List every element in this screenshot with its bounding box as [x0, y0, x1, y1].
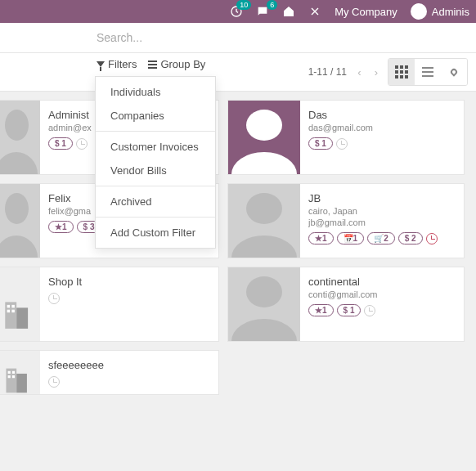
avatar — [228, 267, 300, 341]
view-kanban[interactable] — [388, 59, 415, 85]
filters-button[interactable]: Filters — [97, 58, 137, 70]
filters-label: Filters — [108, 58, 137, 70]
company-switcher[interactable]: My Company — [335, 6, 397, 18]
contact-email: jb@gmail.com — [308, 218, 456, 227]
pager[interactable]: 1-11 / 11 — [307, 65, 348, 79]
contact-name: Das — [308, 109, 456, 121]
contact-name: JB — [308, 192, 456, 204]
search-input[interactable] — [97, 31, 424, 44]
filter-individuals[interactable]: Individuals — [96, 80, 215, 104]
opportunity-pill[interactable]: $ 1 — [48, 137, 73, 150]
svg-rect-12 — [12, 375, 15, 378]
filter-customer-invoices[interactable]: Customer Invoices — [96, 135, 215, 159]
tools-icon[interactable] — [308, 5, 321, 18]
contact-name: Shop It — [48, 276, 210, 288]
svg-rect-11 — [7, 375, 10, 378]
kanban-cards: Administ admin@ex $ 1 Das das@gmail.com … — [0, 92, 476, 403]
star-pill[interactable]: ★1 — [308, 232, 334, 244]
activity-clock-icon[interactable] — [76, 138, 88, 150]
building-icon — [0, 360, 35, 394]
home-icon[interactable] — [282, 5, 295, 18]
activity-clock-icon[interactable] — [48, 293, 60, 304]
svg-rect-10 — [12, 370, 15, 373]
activity-clock-icon[interactable] — [336, 138, 348, 150]
funnel-icon — [97, 61, 105, 67]
avatar — [0, 101, 40, 174]
contact-card[interactable]: sfeeeeeeee — [0, 350, 219, 395]
svg-rect-7 — [6, 368, 16, 392]
control-panel: Filters Group By 1-11 / 11 ‹ › Individua… — [0, 53, 476, 92]
avatar — [0, 351, 40, 394]
view-switcher — [388, 58, 468, 86]
svg-rect-2 — [16, 307, 28, 329]
svg-rect-9 — [7, 370, 10, 373]
pager-next[interactable]: › — [371, 63, 381, 82]
contact-card[interactable]: Das das@gmail.com $ 1 — [227, 100, 465, 175]
dropdown-separator — [96, 131, 215, 132]
contact-email: conti@gmail.com — [308, 289, 456, 299]
pager-prev[interactable]: ‹ — [354, 63, 364, 82]
star-pill[interactable]: ★1 — [48, 221, 74, 233]
svg-rect-5 — [7, 310, 9, 312]
building-icon — [0, 282, 35, 341]
svg-rect-1 — [5, 302, 16, 328]
avatar — [228, 184, 300, 258]
list-icon — [422, 67, 433, 77]
money-pill[interactable]: $ 2 — [398, 232, 423, 244]
filter-vendor-bills[interactable]: Vendor Bills — [96, 159, 215, 182]
contact-card[interactable]: Shop It — [0, 267, 219, 342]
svg-rect-8 — [16, 374, 27, 392]
filter-companies[interactable]: Companies — [96, 104, 215, 128]
user-name: Adminis — [432, 6, 469, 18]
activity-clock-icon[interactable] — [364, 305, 375, 316]
contact-card[interactable]: continental conti@gmail.com ★1 $ 1 — [227, 267, 465, 342]
avatar — [0, 184, 40, 258]
groupby-label: Group By — [160, 58, 205, 70]
meeting-pill[interactable]: 📅1 — [337, 232, 365, 244]
contact-name: continental — [308, 276, 456, 288]
view-list[interactable] — [415, 59, 441, 85]
pin-icon — [449, 67, 458, 76]
user-menu[interactable]: Adminis — [411, 3, 469, 20]
view-map[interactable] — [441, 59, 467, 85]
avatar — [228, 101, 300, 174]
grid-icon — [395, 65, 408, 78]
cart-pill[interactable]: 🛒2 — [367, 232, 395, 244]
money-pill[interactable]: $ 1 — [337, 304, 361, 316]
messages-indicator[interactable]: 6 — [256, 5, 269, 18]
activities-badge: 10 — [236, 0, 251, 10]
contact-card[interactable]: JB cairo, Japan jb@gmail.com ★1 📅1 🛒2 $ … — [227, 183, 465, 258]
filter-add-custom[interactable]: Add Custom Filter — [96, 221, 215, 244]
dropdown-separator — [96, 186, 215, 186]
filters-dropdown: Individuals Companies Customer Invoices … — [95, 76, 216, 249]
svg-rect-6 — [11, 310, 14, 312]
svg-rect-3 — [7, 305, 9, 307]
bars-icon — [148, 61, 157, 69]
contact-email: das@gmail.com — [308, 123, 456, 132]
activities-indicator[interactable]: 10 — [230, 5, 243, 18]
activity-clock-icon[interactable] — [48, 376, 60, 388]
opportunity-pill[interactable]: $ 1 — [308, 137, 333, 150]
contact-location: cairo, Japan — [308, 206, 456, 216]
activity-clock-icon[interactable] — [426, 233, 438, 244]
avatar — [0, 267, 40, 341]
messages-badge: 6 — [267, 0, 277, 10]
dropdown-separator — [96, 217, 215, 218]
top-nav: 10 6 My Company Adminis — [0, 0, 476, 23]
star-pill[interactable]: ★1 — [308, 304, 334, 316]
svg-rect-4 — [11, 305, 14, 307]
contact-name: sfeeeeeeee — [48, 359, 210, 371]
user-avatar-icon — [411, 3, 427, 20]
filter-archived[interactable]: Archived — [96, 190, 215, 213]
groupby-button[interactable]: Group By — [148, 58, 205, 70]
search-row — [0, 23, 476, 53]
